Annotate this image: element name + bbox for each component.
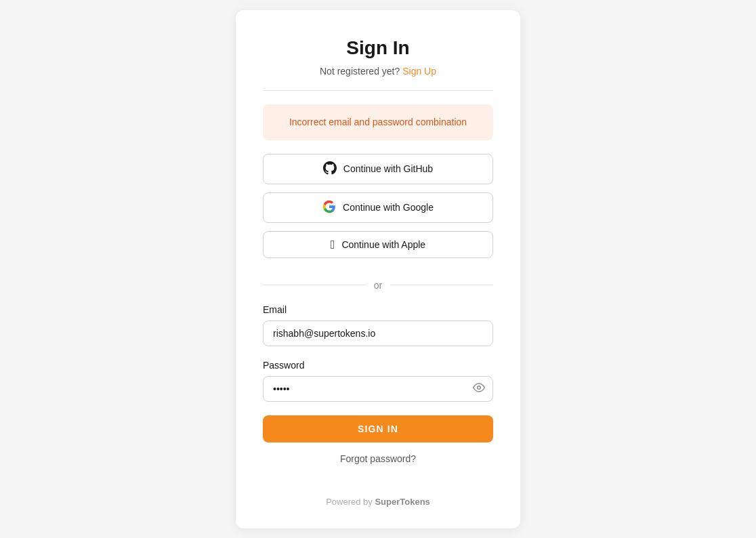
email-label: Email (263, 304, 493, 315)
or-divider: or (263, 280, 493, 291)
github-button[interactable]: Continue with GitHub (263, 154, 493, 184)
password-input[interactable] (263, 376, 493, 402)
signin-card: Sign In Not registered yet? Sign Up Inco… (236, 10, 520, 529)
email-field-group: Email (263, 304, 493, 346)
error-message: Incorrect email and password combination (289, 117, 467, 127)
powered-by-text: Powered by (326, 497, 373, 507)
apple-button[interactable]:  Continue with Apple (263, 231, 493, 258)
apple-button-label: Continue with Apple (341, 239, 425, 250)
password-field-group: Password (263, 360, 493, 402)
github-icon (323, 161, 337, 177)
signin-button[interactable]: SIGN IN (263, 415, 493, 442)
eye-icon[interactable] (473, 381, 485, 396)
or-label: or (374, 280, 382, 291)
password-label: Password (263, 360, 493, 371)
apple-icon:  (331, 239, 335, 251)
email-input[interactable] (263, 320, 493, 346)
google-icon (322, 200, 336, 215)
powered-by: Powered by SuperTokens (326, 497, 430, 507)
signup-link[interactable]: Sign Up (402, 66, 436, 77)
top-divider (263, 90, 493, 91)
svg-point-0 (478, 386, 481, 389)
subtitle-text: Not registered yet? (320, 66, 400, 77)
github-button-label: Continue with GitHub (343, 163, 433, 174)
powered-by-brand: SuperTokens (375, 497, 429, 507)
google-button[interactable]: Continue with Google (263, 192, 493, 223)
password-wrapper (263, 376, 493, 402)
error-box: Incorrect email and password combination (263, 104, 493, 140)
page-title: Sign In (346, 37, 409, 59)
forgot-password-link[interactable]: Forgot password? (340, 453, 416, 464)
google-button-label: Continue with Google (343, 202, 434, 213)
subtitle: Not registered yet? Sign Up (320, 66, 436, 77)
